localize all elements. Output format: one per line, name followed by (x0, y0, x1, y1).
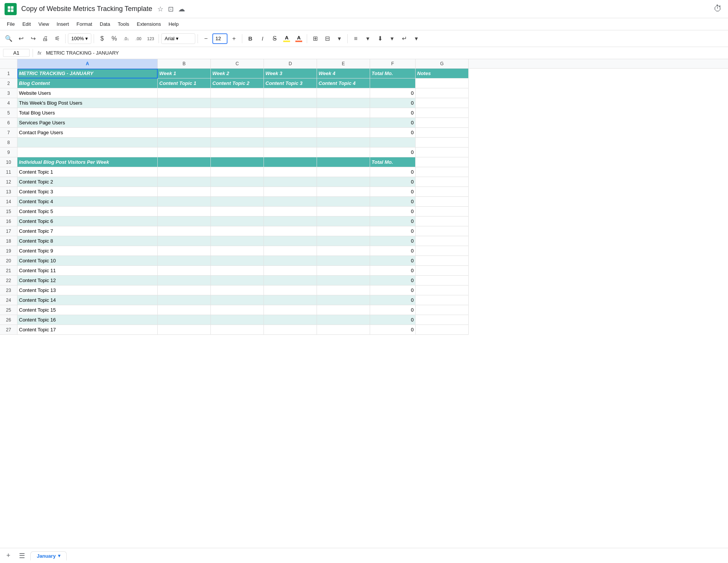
list-item[interactable]: Content Topic 8 (17, 236, 158, 246)
number-format-button[interactable]: 123 (145, 33, 156, 44)
list-item[interactable] (416, 325, 469, 335)
currency-button[interactable]: $ (96, 33, 108, 44)
list-item[interactable]: 0 (370, 108, 416, 118)
list-item[interactable] (416, 118, 469, 128)
list-item[interactable]: Content Topic 3 (264, 78, 317, 88)
list-item[interactable] (158, 167, 211, 177)
valign-button[interactable]: ⬇ (374, 33, 386, 44)
font-selector[interactable]: Arial ▾ (161, 33, 195, 44)
list-item[interactable] (416, 226, 469, 236)
list-item[interactable]: Content Topic 16 (17, 315, 158, 325)
list-item[interactable] (264, 236, 317, 246)
list-item[interactable]: Week 4 (317, 69, 370, 78)
list-item[interactable]: Content Topic 15 (17, 305, 158, 315)
list-item[interactable]: Blog Content (17, 78, 158, 88)
list-item[interactable]: 0 (370, 128, 416, 138)
list-item[interactable] (264, 266, 317, 276)
list-item[interactable] (416, 167, 469, 177)
row-num-20[interactable]: 20 (0, 256, 17, 266)
list-item[interactable] (416, 197, 469, 207)
list-item[interactable] (317, 197, 370, 207)
row-num-8[interactable]: 8 (0, 138, 17, 147)
list-item[interactable]: Content Topic 5 (17, 207, 158, 216)
list-item[interactable] (264, 88, 317, 98)
list-item[interactable] (416, 285, 469, 295)
sheet-menu-button[interactable]: ☰ (17, 550, 27, 561)
list-item[interactable]: Content Topic 4 (317, 78, 370, 88)
list-item[interactable] (264, 315, 317, 325)
list-item[interactable]: Content Topic 13 (17, 285, 158, 295)
list-item[interactable]: Content Topic 1 (158, 78, 211, 88)
list-item[interactable] (264, 98, 317, 108)
menu-data[interactable]: Data (96, 20, 114, 28)
list-item[interactable]: 0 (370, 276, 416, 285)
row-num-27[interactable]: 27 (0, 325, 17, 335)
list-item[interactable] (211, 108, 264, 118)
list-item[interactable] (158, 98, 211, 108)
list-item[interactable]: 0 (370, 236, 416, 246)
row-num-4[interactable]: 4 (0, 98, 17, 108)
list-item[interactable]: Content Topic 3 (17, 187, 158, 197)
add-sheet-button[interactable]: + (3, 550, 14, 561)
list-item[interactable] (158, 295, 211, 305)
list-item[interactable] (211, 236, 264, 246)
list-item[interactable]: 0 (370, 315, 416, 325)
list-item[interactable] (317, 295, 370, 305)
list-item[interactable] (264, 207, 317, 216)
row-num-2[interactable]: 2 (0, 78, 17, 88)
list-item[interactable] (416, 295, 469, 305)
list-item[interactable]: 0 (370, 167, 416, 177)
list-item[interactable] (17, 147, 158, 157)
wrap-button[interactable]: ↵ (399, 33, 410, 44)
col-header-f[interactable]: F (370, 59, 416, 68)
doc-title[interactable]: Copy of Website Metrics Tracking Templat… (21, 5, 152, 13)
list-item[interactable] (317, 285, 370, 295)
list-item[interactable]: 0 (370, 285, 416, 295)
list-item[interactable] (317, 266, 370, 276)
list-item[interactable] (416, 305, 469, 315)
list-item[interactable]: 0 (370, 216, 416, 226)
undo-button[interactable]: ↩ (15, 33, 27, 44)
list-item[interactable]: 0 (370, 187, 416, 197)
list-item[interactable] (264, 285, 317, 295)
list-item[interactable] (158, 226, 211, 236)
cell-reference-input[interactable]: A1 (3, 49, 30, 57)
list-item[interactable] (158, 305, 211, 315)
decimal-decrease-button[interactable]: .0↓ (121, 33, 132, 44)
star-icon[interactable]: ☆ (157, 5, 163, 13)
list-item[interactable] (211, 256, 264, 266)
fontsize-decrease-button[interactable]: − (200, 33, 212, 44)
list-item[interactable]: Content Topic 6 (17, 216, 158, 226)
list-item[interactable] (264, 147, 317, 157)
menu-view[interactable]: View (35, 20, 53, 28)
list-item[interactable]: 0 (370, 88, 416, 98)
list-item[interactable] (158, 266, 211, 276)
list-item[interactable] (264, 276, 317, 285)
row-num-14[interactable]: 14 (0, 197, 17, 207)
list-item[interactable] (211, 197, 264, 207)
list-item[interactable] (416, 216, 469, 226)
list-item[interactable] (211, 88, 264, 98)
list-item[interactable] (158, 88, 211, 98)
row-num-7[interactable]: 7 (0, 128, 17, 138)
align-chevron[interactable]: ▾ (362, 33, 373, 44)
list-item[interactable]: Content Topic 2 (211, 78, 264, 88)
list-item[interactable] (416, 88, 469, 98)
list-item[interactable] (416, 147, 469, 157)
list-item[interactable] (158, 108, 211, 118)
list-item[interactable] (158, 147, 211, 157)
list-item[interactable]: Content Topic 17 (17, 325, 158, 335)
list-item[interactable]: 0 (370, 177, 416, 187)
list-item[interactable] (317, 256, 370, 266)
list-item[interactable] (317, 325, 370, 335)
list-item[interactable] (158, 246, 211, 256)
folder-icon[interactable]: ⊡ (168, 5, 174, 13)
row-num-11[interactable]: 11 (0, 167, 17, 177)
list-item[interactable] (317, 98, 370, 108)
list-item[interactable]: Services Page Users (17, 118, 158, 128)
list-item[interactable]: Content Topic 10 (17, 256, 158, 266)
row-num-26[interactable]: 26 (0, 315, 17, 325)
list-item[interactable] (264, 118, 317, 128)
list-item[interactable]: Week 3 (264, 69, 317, 78)
list-item[interactable] (317, 167, 370, 177)
